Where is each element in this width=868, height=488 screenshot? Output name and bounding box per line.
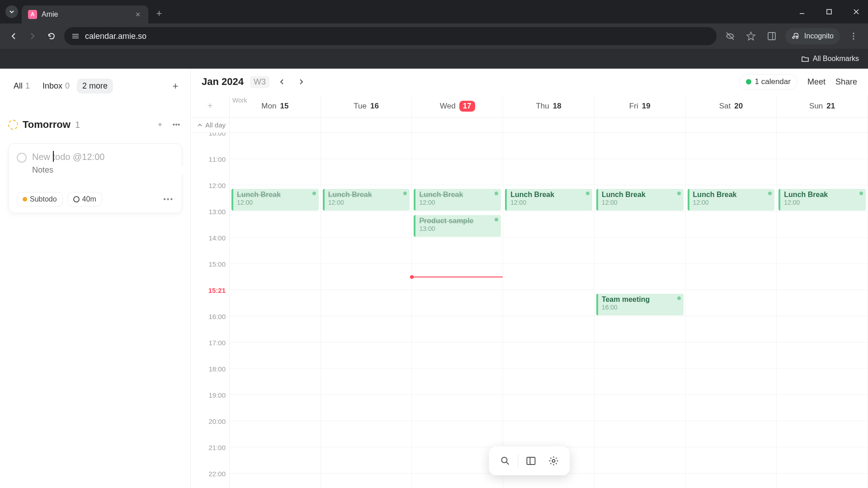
- forward-button[interactable]: [26, 30, 39, 42]
- new-tab-button[interactable]: +: [152, 6, 166, 21]
- tab-title: Amie: [42, 10, 129, 19]
- allday-cell[interactable]: [594, 117, 686, 132]
- allday-cell[interactable]: [503, 117, 594, 132]
- event-lunch[interactable]: Lunch Break12:00: [323, 189, 410, 211]
- day-header-mon[interactable]: Work Mon 15: [230, 95, 321, 117]
- close-tab-button[interactable]: ×: [134, 10, 142, 19]
- section-more-button[interactable]: •••: [170, 119, 182, 131]
- reload-button[interactable]: [45, 30, 58, 42]
- duration-chip[interactable]: 40m: [67, 192, 102, 206]
- search-button[interactable]: [495, 451, 515, 471]
- svg-line-11: [507, 462, 509, 465]
- event-dot-icon: [768, 192, 772, 195]
- clock-icon: [73, 196, 80, 202]
- section-add-button[interactable]: +: [154, 119, 166, 131]
- sidebar-tab-all[interactable]: All 1: [8, 79, 35, 94]
- day-header-wed[interactable]: Wed 17: [412, 95, 503, 117]
- calendar-title: Jan 2024: [202, 76, 244, 88]
- minimize-button[interactable]: [794, 4, 810, 20]
- svg-rect-2: [72, 34, 79, 35]
- sidebar-add-button[interactable]: +: [169, 80, 182, 93]
- day-header-row: + Work Mon 15 Tue 16 Wed 17 Thu 18 Fri 1…: [191, 95, 868, 117]
- svg-point-9: [853, 38, 854, 40]
- day-column-sat[interactable]: Lunch Break12:00: [686, 133, 777, 488]
- day-header-sun[interactable]: Sun 21: [777, 95, 868, 117]
- add-calendar-row-button[interactable]: +: [208, 101, 213, 111]
- event-team-meeting[interactable]: Team meeting16:00: [596, 294, 684, 315]
- close-window-button[interactable]: [848, 4, 864, 20]
- meet-button[interactable]: Meet: [807, 77, 826, 87]
- calendar: Jan 2024 W3 1 calendar Meet Share + Work…: [191, 69, 868, 488]
- todo-checkbox[interactable]: [17, 153, 27, 163]
- sidepanel-icon[interactable]: [764, 29, 779, 43]
- day-column-thu[interactable]: Lunch Break12:00: [503, 133, 594, 488]
- day-header-fri[interactable]: Fri 19: [594, 95, 686, 117]
- browser-tab[interactable]: A Amie ×: [22, 5, 148, 23]
- site-settings-icon[interactable]: [71, 32, 80, 40]
- eye-off-icon[interactable]: [723, 29, 737, 43]
- day-column-sun[interactable]: Lunch Break12:00: [777, 133, 868, 488]
- folder-icon: [801, 55, 809, 63]
- url-text: calendar.amie.so: [85, 32, 146, 41]
- subtodo-chip[interactable]: Subtodo: [17, 192, 63, 206]
- event-dot-icon: [677, 192, 681, 195]
- calendar-count-chip[interactable]: 1 calendar: [739, 74, 797, 89]
- day-header-tue[interactable]: Tue 16: [321, 95, 412, 117]
- all-bookmarks-button[interactable]: All Bookmarks: [801, 55, 859, 63]
- tab-search-button[interactable]: [5, 5, 18, 18]
- event-lunch[interactable]: Lunch Break12:00: [688, 189, 775, 211]
- svg-rect-1: [827, 9, 831, 14]
- kebab-menu-icon[interactable]: [846, 29, 861, 43]
- sidebar-tabs: All 1 Inbox 0 2 more +: [8, 79, 182, 94]
- day-header-sat[interactable]: Sat 20: [686, 95, 777, 117]
- now-time-label: 15:21: [191, 286, 229, 313]
- event-lunch[interactable]: Lunch Break12:00: [231, 189, 319, 211]
- day-header-thu[interactable]: Thu 18: [503, 95, 594, 117]
- incognito-badge[interactable]: Incognito: [785, 28, 840, 44]
- back-button[interactable]: [7, 30, 20, 42]
- maximize-button[interactable]: [821, 4, 837, 20]
- address-bar[interactable]: calendar.amie.so: [64, 27, 717, 45]
- event-dot-icon: [586, 192, 590, 195]
- calendar-header: Jan 2024 W3 1 calendar Meet Share: [191, 69, 868, 95]
- sidebar-tab-more[interactable]: 2 more: [77, 79, 113, 94]
- allday-cell[interactable]: [777, 117, 868, 132]
- allday-cell[interactable]: [686, 117, 777, 132]
- event-lunch[interactable]: Lunch Break12:00: [505, 189, 592, 211]
- text-cursor: [53, 151, 54, 162]
- event-lunch[interactable]: Lunch Break12:00: [414, 189, 501, 211]
- event-dot-icon: [677, 296, 681, 300]
- event-lunch[interactable]: Lunch Break12:00: [596, 189, 684, 211]
- layout-button[interactable]: [521, 451, 541, 471]
- status-dot-icon: [746, 79, 751, 84]
- work-label: Work: [230, 95, 247, 106]
- prev-week-button[interactable]: [276, 75, 288, 88]
- todo-notes-input[interactable]: [32, 165, 189, 175]
- sidebar-tab-inbox[interactable]: Inbox 0: [37, 79, 75, 94]
- allday-row: All day: [191, 117, 868, 133]
- divider: [518, 455, 519, 467]
- allday-cell[interactable]: [230, 117, 321, 132]
- day-column-wed[interactable]: Lunch Break12:00 Product sample13:00: [412, 133, 503, 488]
- allday-cell[interactable]: [412, 117, 503, 132]
- settings-button[interactable]: [544, 451, 564, 471]
- allday-cell[interactable]: [321, 117, 412, 132]
- svg-rect-4: [72, 38, 79, 38]
- svg-rect-12: [527, 457, 535, 465]
- event-product-sample[interactable]: Product sample13:00: [414, 215, 501, 237]
- day-column-fri[interactable]: Lunch Break12:00 Team meeting16:00: [594, 133, 686, 488]
- next-week-button[interactable]: [295, 75, 307, 88]
- collapse-icon[interactable]: [197, 122, 203, 128]
- tab-strip: A Amie × +: [0, 0, 868, 23]
- bookmark-star-icon[interactable]: [744, 29, 758, 43]
- svg-point-10: [502, 457, 507, 463]
- share-button[interactable]: Share: [835, 77, 857, 87]
- week-badge: W3: [250, 76, 269, 88]
- event-lunch[interactable]: Lunch Break12:00: [778, 189, 866, 211]
- todo-more-button[interactable]: •••: [163, 195, 174, 203]
- day-column-mon[interactable]: Lunch Break12:00: [230, 133, 321, 488]
- day-column-tue[interactable]: Lunch Break12:00: [321, 133, 412, 488]
- svg-point-14: [552, 460, 555, 462]
- event-dot-icon: [495, 192, 498, 195]
- event-dot-icon: [312, 192, 316, 195]
